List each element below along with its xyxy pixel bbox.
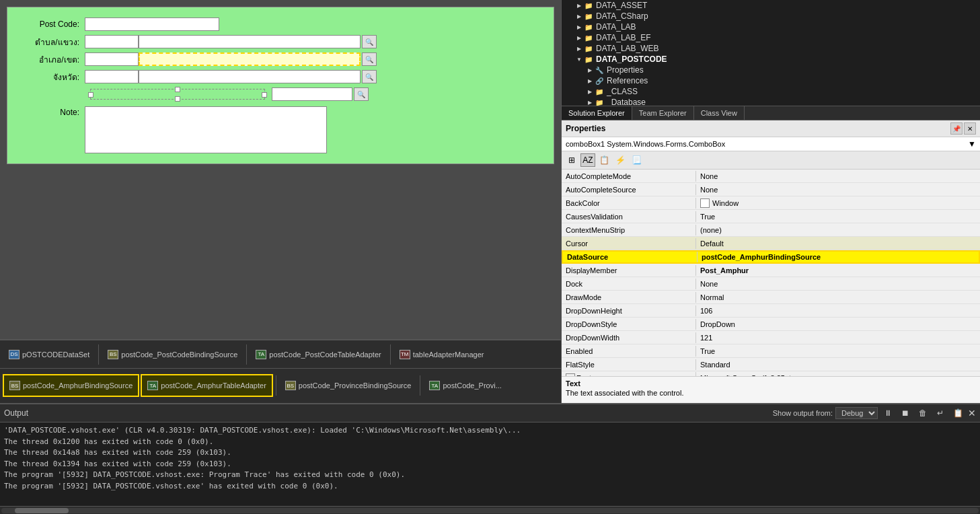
prop-row-causes-validation[interactable]: CausesValidation True bbox=[562, 210, 980, 223]
search-btn-amphur[interactable]: 🔍 bbox=[362, 52, 377, 66]
prop-row-dropdown-width[interactable]: DropDownWidth 121 bbox=[562, 331, 980, 344]
tree-area[interactable]: 📁 DATA_ASSET 📁 DATA_CSharp 📁 DATA_LAB bbox=[562, 0, 980, 106]
prop-value-datasource: postCode_AmphurBindingSource bbox=[698, 252, 979, 262]
tree-item-database[interactable]: 📁 _Database bbox=[562, 97, 980, 106]
tree-item-class[interactable]: 📁 _CLASS bbox=[562, 86, 980, 97]
prop-row-datasource[interactable]: DataSource postCode_AmphurBindingSource bbox=[562, 250, 980, 264]
tree-arrow-data-asset[interactable] bbox=[575, 1, 583, 9]
note-area: Note: bbox=[17, 106, 543, 153]
prop-row-backcolor[interactable]: BackColor Window bbox=[562, 196, 980, 210]
prop-row-draw-mode[interactable]: DrawMode Normal bbox=[562, 291, 980, 304]
tray-item-postcode-dataset[interactable]: DS pOSTCODEDataSet bbox=[3, 343, 96, 366]
scrollbar-track-horizontal[interactable] bbox=[1, 508, 979, 513]
prop-row-enabled[interactable]: Enabled True bbox=[562, 344, 980, 358]
tree-item-data-lab-ef[interactable]: 📁 DATA_LAB_EF bbox=[562, 32, 980, 43]
input-amphur-2[interactable] bbox=[139, 52, 361, 66]
tree-label-data-asset: DATA_ASSET bbox=[596, 1, 647, 10]
prop-name-display-member: DisplayMember bbox=[562, 265, 696, 276]
props-tool-properties[interactable]: 📋 bbox=[597, 153, 611, 167]
solution-explorer: 📁 DATA_ASSET 📁 DATA_CSharp 📁 DATA_LAB bbox=[562, 0, 980, 120]
input-tambon-2[interactable] bbox=[139, 35, 361, 48]
prop-value-causes-validation: True bbox=[696, 211, 980, 222]
folder-icon-class: 📁 bbox=[594, 87, 605, 96]
tree-arrow-class[interactable] bbox=[586, 87, 594, 96]
tray-sep4 bbox=[276, 375, 276, 396]
design-area: Post Code: ตำบล/แขวง: 🔍 อำเภอ/เขต: bbox=[0, 0, 562, 403]
prop-value-autocomplete-mode: None bbox=[696, 171, 980, 182]
tray-icon-bs1: BS bbox=[108, 350, 118, 359]
output-scrollbar-x[interactable] bbox=[0, 506, 980, 514]
input-province-2[interactable] bbox=[139, 70, 361, 83]
input-province-1[interactable] bbox=[85, 70, 139, 83]
tray-item-tableadapter-mgr[interactable]: TM tableAdapterManager bbox=[393, 343, 490, 366]
props-close-btn[interactable]: ✕ bbox=[964, 122, 976, 135]
tree-label-class: _CLASS bbox=[607, 87, 638, 96]
tray-item-province-bs[interactable]: BS postCode_ProvinceBindingSource bbox=[279, 374, 418, 397]
output-close-btn[interactable]: ✕ bbox=[968, 408, 976, 418]
prop-row-dock[interactable]: Dock None bbox=[562, 277, 980, 291]
output-btn-wrap[interactable]: ↵ bbox=[933, 406, 948, 420]
folder-icon-data-asset: 📁 bbox=[583, 1, 594, 10]
output-source-select[interactable]: Debug bbox=[835, 407, 878, 419]
prop-row-autocomplete-source[interactable]: AutoCompleteSource None bbox=[562, 183, 980, 196]
tray-item-postcode-bs[interactable]: BS postCode_PostCodeBindingSource bbox=[102, 343, 243, 366]
tray-item-postcode-ta[interactable]: TA postCode_PostCodeTableAdapter bbox=[250, 343, 387, 366]
prop-name-backcolor: BackColor bbox=[562, 198, 696, 209]
props-object-selector[interactable]: comboBox1 System.Windows.Forms.ComboBox … bbox=[562, 137, 980, 151]
tree-item-data-lab-web[interactable]: 📁 DATA_LAB_WEB bbox=[562, 43, 980, 54]
props-tool-events[interactable]: ⚡ bbox=[613, 153, 628, 167]
prop-row-flat-style[interactable]: FlatStyle Standard bbox=[562, 358, 980, 371]
props-tool-categorized[interactable]: ⊞ bbox=[564, 153, 579, 167]
props-tool-pages[interactable]: 📃 bbox=[629, 153, 644, 167]
scrollbar-thumb-horizontal[interactable] bbox=[15, 508, 69, 513]
tray-item-amphur-bs[interactable]: BS postCode_AmphurBindingSource bbox=[3, 374, 139, 397]
prop-row-context-menu[interactable]: ContextMenuStrip (none) bbox=[562, 223, 980, 237]
search-btn-tambon[interactable]: 🔍 bbox=[362, 35, 377, 48]
tree-arrow-data-lab-ef[interactable] bbox=[575, 34, 583, 42]
tree-item-data-postcode[interactable]: 📁 DATA_POSTCODE bbox=[562, 54, 980, 65]
tree-label-properties: Properties bbox=[607, 65, 644, 75]
textarea-note[interactable] bbox=[85, 106, 327, 153]
props-tool-alphabetical[interactable]: AZ bbox=[580, 153, 595, 167]
tab-class-view[interactable]: Class View bbox=[694, 106, 745, 120]
prop-row-display-member[interactable]: DisplayMember Post_Amphur bbox=[562, 264, 980, 277]
props-actions: 📌 ✕ bbox=[950, 122, 976, 135]
prop-row-autocomplete-mode[interactable]: AutoCompleteMode None bbox=[562, 170, 980, 183]
output-btn-clear[interactable]: 🗑 bbox=[915, 406, 930, 420]
tree-item-data-asset[interactable]: 📁 DATA_ASSET bbox=[562, 0, 980, 11]
props-object-dropdown-icon[interactable]: ▼ bbox=[968, 139, 976, 149]
tree-item-data-csharp[interactable]: 📁 DATA_CSharp bbox=[562, 11, 980, 22]
search-btn-province[interactable]: 🔍 bbox=[362, 70, 377, 83]
tree-arrow-data-postcode[interactable] bbox=[575, 55, 583, 63]
tray-sep3 bbox=[390, 344, 391, 365]
prop-row-font[interactable]: + Font Microsoft Sans Serif, 8.25pt bbox=[562, 371, 980, 376]
input-tambon-1[interactable] bbox=[85, 35, 139, 48]
output-btn-2[interactable]: ⏹ bbox=[898, 406, 913, 420]
tray-icon-ta1: TA bbox=[256, 350, 266, 359]
output-btn-copy[interactable]: 📋 bbox=[950, 406, 965, 420]
tree-arrow-references[interactable] bbox=[586, 77, 594, 85]
prop-row-cursor[interactable]: Cursor Default bbox=[562, 237, 980, 250]
tree-item-properties[interactable]: 🔧 Properties bbox=[562, 65, 980, 75]
tray-item-amphur-ta[interactable]: TA postCode_AmphurTableAdapter bbox=[141, 374, 273, 397]
tree-arrow-data-csharp[interactable] bbox=[575, 12, 583, 20]
input-postcode[interactable] bbox=[85, 17, 219, 31]
props-pin-btn[interactable]: 📌 bbox=[950, 122, 963, 135]
output-btn-1[interactable]: ⏸ bbox=[880, 406, 895, 420]
search-btn-extra[interactable]: 🔍 bbox=[354, 87, 369, 101]
input-extra[interactable] bbox=[272, 87, 352, 101]
form-row-province: จังหวัด: 🔍 bbox=[17, 70, 543, 83]
tree-item-data-lab[interactable]: 📁 DATA_LAB bbox=[562, 22, 980, 32]
tab-solution-explorer[interactable]: Solution Explorer bbox=[562, 106, 632, 120]
prop-row-dropdown-style[interactable]: DropDownStyle DropDown bbox=[562, 318, 980, 331]
tree-item-references[interactable]: 🔗 References bbox=[562, 75, 980, 86]
tree-arrow-data-lab-web[interactable] bbox=[575, 44, 583, 52]
tab-team-explorer[interactable]: Team Explorer bbox=[632, 106, 694, 120]
prop-row-dropdown-height[interactable]: DropDownHeight 106 bbox=[562, 304, 980, 318]
tray-item-province-ta[interactable]: TA postCode_Provi... bbox=[423, 374, 507, 397]
tree-arrow-database[interactable] bbox=[586, 98, 594, 106]
tree-arrow-properties[interactable] bbox=[586, 66, 594, 74]
tree-arrow-data-lab[interactable] bbox=[575, 23, 583, 31]
input-amphur-1[interactable] bbox=[85, 52, 139, 66]
tree-label-database: _Database bbox=[607, 98, 646, 106]
